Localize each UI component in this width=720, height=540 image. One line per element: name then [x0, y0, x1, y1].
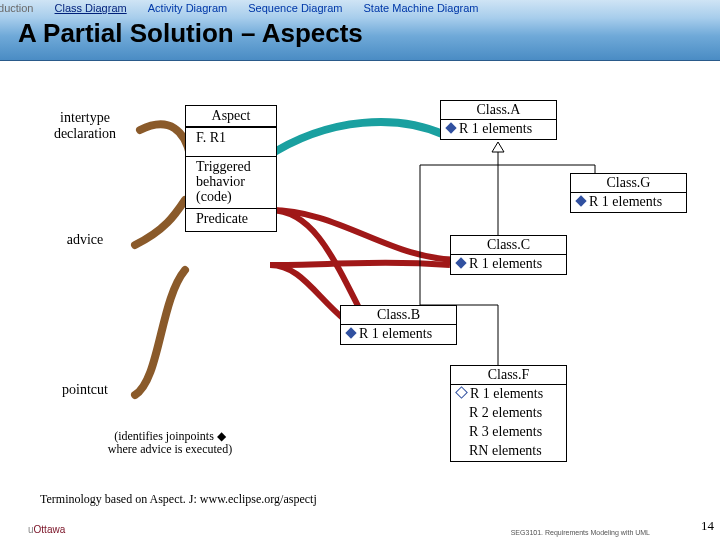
cloud-advice: advice — [30, 220, 140, 288]
class-f-row-3: R 3 elements — [451, 423, 566, 442]
class-b: Class.B R 1 elements — [340, 305, 457, 345]
diagram-stage: intertype declaration advice pointcut As… — [0, 60, 720, 540]
class-f-row-1: R 1 elements — [451, 385, 566, 404]
class-a: Class.A R 1 elements — [440, 100, 557, 140]
class-g: Class.G R 1 elements — [570, 173, 687, 213]
cloud-intertype-label: intertype declaration — [54, 110, 116, 141]
aspect-header: Aspect — [186, 106, 276, 127]
nav-activity-diagram[interactable]: Activity Diagram — [148, 2, 227, 14]
aspect-row-fr1: F. R1 — [186, 127, 276, 157]
class-g-row-1: R 1 elements — [571, 193, 686, 212]
diamond-icon — [345, 327, 356, 338]
class-c-header: Class.C — [451, 236, 566, 255]
class-f: Class.F R 1 elements R 2 elements R 3 el… — [450, 365, 567, 462]
nav-introduction[interactable]: Introduction — [0, 2, 33, 14]
page-number: 14 — [701, 518, 714, 534]
nav-class-diagram[interactable]: Class Diagram — [55, 2, 127, 14]
class-c: Class.C R 1 elements — [450, 235, 567, 275]
cloud-advice-label: advice — [67, 232, 104, 247]
hollow-diamond-icon — [455, 386, 468, 399]
aspect-row-triggered: Triggered behavior (code) — [186, 157, 276, 209]
nav-state-machine-diagram[interactable]: State Machine Diagram — [364, 2, 479, 14]
class-a-row-1: R 1 elements — [441, 120, 556, 139]
slide-title: A Partial Solution – Aspects — [18, 18, 363, 49]
aspect-box: Aspect F. R1 Triggered behavior (code) P… — [185, 105, 277, 232]
class-a-header: Class.A — [441, 101, 556, 120]
class-f-row-4: RN elements — [451, 442, 566, 461]
class-c-row-1: R 1 elements — [451, 255, 566, 274]
terminology-note: Terminology based on Aspect. J: www.ecli… — [40, 492, 317, 507]
nav-sequence-diagram[interactable]: Sequence Diagram — [248, 2, 342, 14]
pointcut-note: (identifies joinpoints ◆where advice is … — [85, 430, 255, 456]
diamond-icon — [445, 122, 456, 133]
class-g-header: Class.G — [571, 174, 686, 193]
aspect-row-predicate: Predicate — [186, 209, 276, 231]
nav-links: Introduction Class Diagram Activity Diag… — [0, 2, 720, 14]
uottawa-logo: uOttawa — [28, 524, 65, 535]
class-f-header: Class.F — [451, 366, 566, 385]
course-code: SEG3101. Requirements Modeling with UML — [511, 529, 650, 536]
class-b-row-1: R 1 elements — [341, 325, 456, 344]
cloud-pointcut-label: pointcut — [62, 382, 108, 397]
cloud-pointcut: pointcut — [30, 370, 140, 438]
class-f-row-2: R 2 elements — [451, 404, 566, 423]
diamond-icon — [575, 195, 586, 206]
class-b-header: Class.B — [341, 306, 456, 325]
cloud-intertype: intertype declaration — [30, 98, 140, 166]
diamond-icon — [455, 257, 466, 268]
